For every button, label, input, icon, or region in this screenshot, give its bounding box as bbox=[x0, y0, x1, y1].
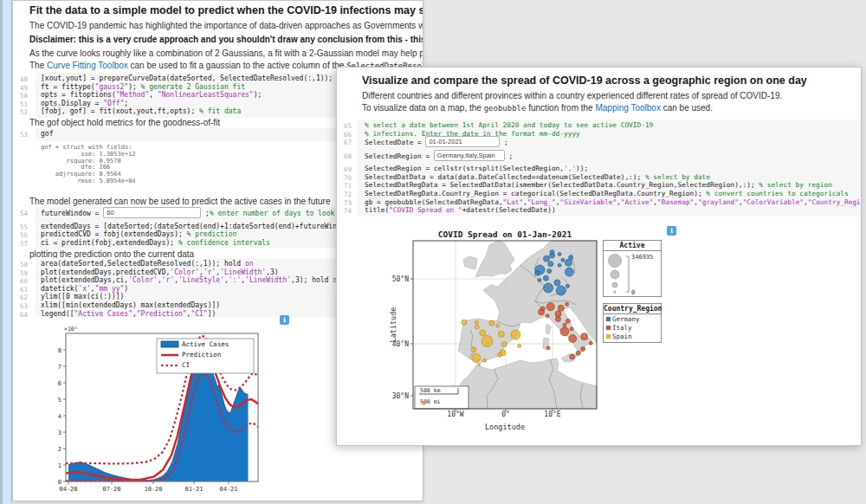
text-segment: gof bbox=[41, 130, 53, 138]
code-block[interactable]: 65% select a date between 1st April 2020… bbox=[337, 120, 861, 216]
bubble-italy bbox=[558, 305, 564, 311]
output-info-icon[interactable]: i bbox=[667, 226, 676, 236]
text-segment: , bbox=[149, 91, 158, 99]
text-segment: % prediction bbox=[187, 230, 237, 238]
section-title: Fit the data to a simple model to predic… bbox=[29, 4, 423, 16]
code-line-70[interactable]: 70SelectedDatData = data(data.DateCollec… bbox=[337, 173, 861, 182]
size-legend-title: Active bbox=[604, 241, 661, 251]
bubble-germany bbox=[565, 284, 569, 288]
paragraph: Different countries and different provin… bbox=[362, 91, 782, 100]
bubble-spain bbox=[478, 364, 480, 365]
bubble-spain bbox=[481, 336, 493, 347]
text-segment: +datestr(SelectedDate)) bbox=[462, 206, 556, 214]
color-legend-title: Country_Region bbox=[604, 304, 661, 314]
code-line-73[interactable]: 73gb = geobubble(SelectedDatRegData,"Lat… bbox=[337, 198, 861, 207]
svg-text:01-21: 01-21 bbox=[184, 486, 203, 493]
code-line-74[interactable]: 74title("COVID Spread on "+datestr(Selec… bbox=[337, 206, 861, 215]
inline-code-input[interactable]: 01-01-2021 bbox=[425, 136, 500, 147]
text-segment: "COVID Spread on " bbox=[389, 206, 462, 214]
text-segment: ci = predint(fobj,extendedDays); bbox=[41, 239, 178, 247]
text-segment: "mm yy" bbox=[95, 285, 125, 293]
svg-text:CI: CI bbox=[182, 361, 190, 369]
text-segment: ,3) bbox=[266, 268, 278, 276]
text-segment: "Country_Region" bbox=[808, 198, 862, 206]
bubble-germany bbox=[565, 259, 572, 266]
bubble-italy bbox=[570, 354, 575, 359]
text-segment: 'Color' bbox=[128, 276, 158, 284]
text-segment: "Lat" bbox=[503, 198, 523, 206]
line-number: 52 bbox=[15, 108, 28, 116]
output-info-icon[interactable]: i bbox=[280, 315, 289, 325]
text-segment: opts.Display = bbox=[41, 100, 103, 107]
text-segment: SelectedRegion = bbox=[365, 152, 434, 159]
svg-text:2: 2 bbox=[58, 446, 61, 453]
text-segment: ) bbox=[124, 285, 128, 293]
code-line-71[interactable]: 71SelectedDatRegData = SelectedDatData(i… bbox=[337, 181, 861, 190]
gof-output: gof = struct with fields: sse: 1.3053e+1… bbox=[41, 145, 136, 185]
scrollbar-thumb[interactable] bbox=[0, 0, 3, 504]
text-segment: opts = fitoptions( bbox=[41, 91, 116, 99]
inline-code-input[interactable]: 60 bbox=[103, 207, 201, 218]
doc-link[interactable]: Curve Fitting Toolbox bbox=[47, 61, 128, 70]
svg-text:4: 4 bbox=[58, 413, 61, 420]
text-segment: futureWindow = bbox=[41, 210, 103, 217]
bubble-germany bbox=[548, 262, 553, 267]
bubble-italy bbox=[546, 346, 550, 350]
code-line-69[interactable]: 69SelectedRegion = cellstr(strsplit(Sele… bbox=[337, 165, 861, 173]
bubble-spain bbox=[489, 320, 494, 326]
text-segment: plot(extendedDays,predictedCVD, bbox=[41, 268, 170, 276]
bubble-italy bbox=[581, 333, 588, 340]
code-line-72[interactable]: 72SelectedDatRegData.Country_Region = ca… bbox=[337, 190, 861, 198]
bubble-spain bbox=[480, 330, 486, 336]
code-line-66[interactable]: 66% infections. Enter the date in the fo… bbox=[337, 130, 861, 139]
legend-swatch bbox=[606, 317, 611, 321]
svg-text:6: 6 bbox=[58, 380, 61, 387]
text-segment: "NonlinearLeastSquares" bbox=[158, 91, 254, 99]
bubble-germany bbox=[535, 270, 540, 275]
bubble-italy bbox=[581, 347, 585, 352]
bubble-germany bbox=[550, 253, 555, 258]
text-segment: 'LineStyle' bbox=[178, 276, 224, 284]
text-segment: predictedCVD = fobj(extendedDays); bbox=[41, 230, 187, 238]
code-line-67[interactable]: 67SelectedDate = 01-01-2021 ; bbox=[337, 138, 861, 152]
svg-text:50°N: 50°N bbox=[392, 275, 409, 283]
text-segment: To visualize data on a map, the bbox=[362, 103, 484, 113]
text-segment: SelectedDatRegData.Country_Region = cate… bbox=[365, 190, 706, 197]
bubble-italy bbox=[565, 302, 569, 306]
svg-text:10°E: 10°E bbox=[544, 410, 560, 418]
bubble-germany bbox=[554, 280, 560, 286]
text-segment: ft = fittype( bbox=[41, 83, 95, 91]
disclaimer-text: Disclaimer: this is a very crude approac… bbox=[29, 35, 423, 44]
bubble-spain bbox=[498, 352, 502, 357]
text-segment: extendedDays = [dateSorted;(dateSorted(e… bbox=[41, 223, 378, 230]
text-segment: ; bbox=[500, 139, 507, 146]
line-number: 74 bbox=[339, 207, 352, 215]
paragraph-with-links: To visualize data on a map, the geobubbl… bbox=[362, 103, 713, 113]
bubble-spain bbox=[483, 359, 487, 362]
bubble-italy bbox=[576, 351, 580, 355]
bubble-germany bbox=[543, 275, 548, 281]
svg-text:Prediction: Prediction bbox=[182, 351, 221, 359]
text-segment: title( bbox=[365, 206, 389, 214]
doc-link[interactable]: Mapping Toolbox bbox=[595, 103, 660, 113]
svg-text:30°N: 30°N bbox=[392, 392, 409, 400]
text-segment: SelectedDatData = data(data.DateCollecte… bbox=[365, 173, 645, 181]
code-line-68[interactable]: 68SelectedRegion = Germany,Italy,Spain ; bbox=[337, 152, 861, 165]
inline-code-input[interactable]: Germany,Italy,Spain bbox=[434, 150, 505, 161]
text-segment: [fobj, gof] = fit(xout,yout,ft,opts); bbox=[41, 107, 199, 115]
text-segment: 'Color' bbox=[170, 268, 199, 276]
text-segment: )); bbox=[576, 165, 588, 172]
svg-text:3: 3 bbox=[58, 430, 61, 436]
editor-scrollbar[interactable] bbox=[0, 0, 12, 504]
bubble-spain bbox=[462, 320, 467, 325]
map-xlabel: Longitude bbox=[485, 423, 525, 431]
line-number: 57 bbox=[15, 240, 28, 248]
svg-text:Active Cases: Active Cases bbox=[182, 340, 229, 348]
svg-text:07-20: 07-20 bbox=[102, 486, 120, 493]
code-line-65[interactable]: 65% select a date between 1st April 2020… bbox=[337, 121, 861, 130]
map-title: COVID Spread on 01-Jan-2021 bbox=[438, 229, 572, 239]
text-segment: "Off" bbox=[103, 100, 124, 107]
bubble-spain bbox=[471, 347, 476, 352]
text-segment: "Prediction" bbox=[137, 310, 187, 318]
text-segment: can be used to fit a gaussian to the act… bbox=[128, 61, 346, 70]
